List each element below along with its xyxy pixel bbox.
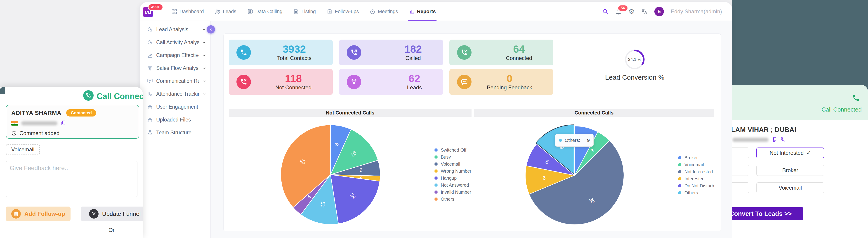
copy-icon[interactable] [772, 137, 777, 143]
stat-value: 64 [506, 44, 532, 55]
legend-label: Interested [684, 176, 705, 181]
legend-dot [678, 177, 681, 180]
legend-dot [434, 190, 438, 194]
notification-count-badge: 56 [618, 5, 628, 11]
stat-card-called: 182Called [339, 39, 443, 65]
nav-item-follow-ups[interactable]: Follow-ups [327, 2, 359, 21]
sidebar-item-uploaded-files[interactable]: Uploaded Files [140, 113, 211, 126]
stat-value: 3932 [277, 44, 311, 55]
call-connected-banner: Call Connected [732, 85, 868, 120]
sidebar-item-icon [147, 91, 153, 97]
sidebar-item-call-activity-analysis[interactable]: Call Activity Analysis [140, 36, 211, 49]
legend-label: Busy [441, 154, 451, 160]
chevron-down-icon[interactable] [202, 27, 206, 33]
stat-card-total-contacts: 3932Total Contacts [229, 39, 333, 65]
lead-conversion-ring: 34.1 % [624, 49, 646, 70]
sidebar-item-lead-analysis[interactable]: Lead Analysis [140, 23, 211, 36]
clipboard-icon [11, 209, 21, 218]
disposition-button-partial[interactable] [732, 165, 749, 176]
feedback-textarea[interactable] [6, 161, 137, 197]
nav-item-label: Follow-ups [335, 9, 359, 14]
stat-value: 182 [404, 44, 422, 55]
sidebar-item-icon [147, 65, 153, 71]
disposition-label: Broker [782, 167, 798, 174]
convert-to-leads-button[interactable]: Convert To Leads >> [732, 207, 803, 220]
user-name[interactable]: Eddy Sharma(admin) [671, 8, 722, 15]
sidebar-item-label: Uploaded Files [156, 117, 206, 123]
nav-item-label: Listing [301, 9, 316, 14]
disposition-button-partial[interactable] [732, 148, 749, 158]
app-logo[interactable]: ed 4991 [143, 4, 156, 19]
legend-label: Others [684, 190, 698, 196]
notifications-bell-icon[interactable]: 56 [615, 8, 622, 15]
search-icon[interactable] [602, 8, 609, 15]
add-followup-button[interactable]: Add Follow-up [6, 207, 70, 221]
disposition-button-partial[interactable] [732, 182, 749, 193]
sidebar-item-label: User Engagement [156, 104, 206, 110]
sidebar-item-sales-flow-analysis[interactable]: Sales Flow Analysis [140, 62, 211, 75]
settings-gear-icon[interactable]: ⚙ [628, 8, 634, 15]
stat-value: 118 [275, 73, 311, 84]
chevron-down-icon[interactable] [202, 39, 206, 46]
legend-item-busy[interactable]: Busy [434, 154, 471, 159]
user-avatar[interactable]: E [654, 7, 664, 16]
legend-label: Others [441, 197, 454, 202]
disposition-label: Voicemail [779, 185, 802, 191]
top-navbar: ed 4991 DashboardLeadsData CallingListin… [140, 2, 732, 21]
chevron-down-icon[interactable] [202, 65, 206, 71]
sidebar-item-team-structure[interactable]: Team Structure [140, 126, 211, 139]
legend-item-invalid-number[interactable]: Invalid Number [434, 189, 471, 195]
nav-item-meetings[interactable]: Meetings [370, 2, 398, 21]
nav-item-listing[interactable]: Listing [293, 2, 316, 21]
legend-item-wrong-number[interactable]: Wrong Number [434, 169, 471, 174]
voicemail-tag-button[interactable]: Voicemail [6, 144, 40, 155]
clock-icon [11, 130, 17, 136]
legend-item-do-not-disturb[interactable]: Do Not Disturb [678, 183, 714, 188]
legend-item-switched-off[interactable]: Switched Off [434, 148, 471, 152]
legend-label: Broker [684, 155, 698, 160]
legend-item-others[interactable]: Others [434, 197, 471, 202]
funnel-icon [89, 209, 98, 218]
disposition-button-voicemail[interactable]: Voicemail [756, 182, 824, 193]
nav-item-dashboard[interactable]: Dashboard [171, 2, 204, 21]
legend-item-not-interested[interactable]: Not Interested [678, 169, 714, 174]
nav-item-leads[interactable]: Leads [215, 2, 237, 21]
legend-item-hangup[interactable]: Hangup [434, 176, 471, 181]
legend-dot [434, 198, 438, 201]
nav-item-label: Reports [417, 9, 436, 14]
disposition-button-broker[interactable]: Broker [756, 165, 824, 176]
or-divider: Or [5, 227, 143, 233]
chevron-down-icon[interactable] [202, 78, 206, 84]
overlay-window-corner [0, 87, 5, 94]
pie-tooltip: Others: 9 [555, 134, 594, 147]
sidebar-item-label: Communication Rep... [156, 78, 199, 84]
sidebar-item-user-engagement[interactable]: User Engagement [140, 100, 211, 113]
translate-icon[interactable] [641, 8, 648, 15]
legend-item-interested[interactable]: Interested [678, 176, 714, 181]
sidebar-item-campaign-effectiven[interactable]: Campaign Effectiven... [140, 49, 211, 62]
stat-card-leads: 62Leads [339, 69, 443, 95]
pie-slice-hangup[interactable] [331, 175, 380, 224]
chevron-down-icon[interactable] [202, 52, 206, 58]
update-funnel-button[interactable]: Update Funnel [81, 207, 143, 221]
nav-item-data-calling[interactable]: Data Calling [247, 2, 283, 21]
main-nav: DashboardLeadsData CallingListingFollow-… [171, 2, 436, 21]
sidebar-item-label: Team Structure [156, 130, 206, 136]
stat-label: Not Connected [275, 84, 311, 91]
sidebar-item-communication-rep[interactable]: Communication Rep... [140, 75, 211, 88]
sidebar-item-attendance-tracking[interactable]: Attendance Tracking [140, 88, 211, 100]
legend-dot [434, 170, 438, 173]
legend-item-others[interactable]: Others [678, 190, 714, 195]
disposition-button-not-interested[interactable]: Not Interested✓ [756, 148, 824, 158]
legend-item-broker[interactable]: Broker [678, 155, 714, 160]
not-connected-legend: Switched OffBusyVoicemailWrong NumberHan… [434, 148, 471, 202]
copy-icon[interactable] [61, 120, 66, 126]
legend-item-voicemail[interactable]: Voicemail [434, 161, 471, 167]
phone-number-blurred [733, 138, 769, 142]
legend-item-voicemail[interactable]: Voicemail [678, 162, 714, 167]
legend-item-not-answered[interactable]: Not Answered [434, 183, 471, 187]
chevron-down-icon[interactable] [202, 91, 206, 97]
sidebar-collapse-button[interactable]: ‹ [207, 25, 215, 33]
nav-item-reports[interactable]: Reports [409, 2, 436, 21]
call-icon[interactable] [780, 137, 786, 143]
